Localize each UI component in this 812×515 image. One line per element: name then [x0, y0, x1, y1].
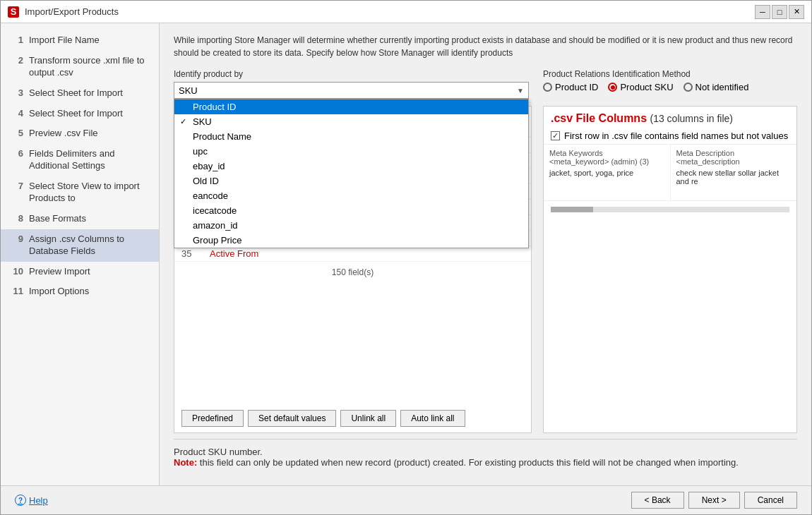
radio-product-sku[interactable]: Product SKU	[608, 82, 673, 92]
dropdown-item-label: Product ID	[193, 102, 236, 112]
csv-subtitle: (13 columns in file)	[650, 113, 733, 124]
window-controls: ─ □ ✕	[755, 5, 804, 19]
auto-link-button[interactable]: Auto link all	[400, 410, 465, 427]
csv-title: .csv File Columns (13 columns in file)	[544, 107, 796, 128]
close-button[interactable]: ✕	[789, 5, 804, 19]
dropdown-item-label: Old ID	[193, 176, 219, 186]
sidebar-num: 1	[9, 35, 23, 45]
right-panel: .csv File Columns (13 columns in file) F…	[543, 106, 797, 433]
dropdown-item-sku[interactable]: ✓ SKU	[174, 114, 528, 129]
next-button[interactable]: Next >	[688, 492, 740, 509]
cancel-button[interactable]: Cancel	[744, 492, 797, 509]
identify-dropdown-wrapper: SKU ▼ Product ID ✓ SKU	[174, 82, 529, 99]
dropdown-value: SKU	[179, 85, 198, 96]
note-detail: this field can only be updated when new …	[200, 457, 739, 468]
radio-product-sku-label: Product SKU	[620, 82, 673, 92]
sidebar-item-8[interactable]: 8Base Formats	[1, 209, 159, 229]
content-area: 1Import File Name2Transform source .xml …	[1, 23, 811, 485]
dropdown-arrow-icon: ▼	[517, 87, 524, 95]
first-row-checkbox-row: First row in .csv file contains field na…	[544, 128, 796, 145]
main-content: While importing Store Manager will deter…	[160, 23, 811, 485]
dropdown-item-label: ebay_id	[193, 161, 225, 171]
sidebar-item-9[interactable]: 9Assign .csv Columns to Database Fields	[1, 229, 159, 262]
help-link[interactable]: ? Help	[15, 495, 48, 506]
sidebar-label: Select Sheet for Import	[29, 108, 123, 120]
dropdown-item-icecatcode[interactable]: icecatcode	[174, 203, 528, 218]
sidebar-item-1[interactable]: 1Import File Name	[1, 30, 159, 51]
horizontal-scrollbar[interactable]	[551, 207, 789, 212]
note-area: Product SKU number. Note: this field can…	[174, 439, 797, 475]
dropdown-item-product-id[interactable]: Product ID	[174, 99, 528, 114]
sidebar-label: Select Store View to import Products to	[29, 181, 150, 205]
sidebar-item-10[interactable]: 10Preview Import	[1, 262, 159, 282]
sidebar-num: 2	[9, 55, 23, 66]
sidebar-label: Import File Name	[29, 35, 100, 47]
identify-right: Product Relations Identification Method …	[543, 69, 797, 92]
identify-label: Identify product by	[174, 69, 529, 79]
csv-column-meta-description: Meta Description <meta_description check…	[671, 145, 797, 200]
table-row: 35 Active From	[174, 246, 531, 262]
scrollbar-thumb[interactable]	[551, 207, 593, 212]
sidebar-item-5[interactable]: 5Preview .csv File	[1, 123, 159, 144]
sidebar-label: Preview Import	[29, 266, 90, 278]
sidebar-num: 6	[9, 148, 23, 159]
footer-buttons: < Back Next > Cancel	[631, 492, 797, 509]
footer: ? Help < Back Next > Cancel	[1, 485, 811, 514]
radio-group: Product ID Product SKU Not identified	[543, 82, 797, 92]
maximize-button[interactable]: □	[772, 5, 787, 19]
help-label: Help	[29, 495, 48, 506]
csv-col-header: Meta Keywords <meta_keyword> (admin) (3)	[549, 149, 664, 166]
sidebar-item-7[interactable]: 7Select Store View to import Products to	[1, 176, 159, 209]
sidebar-label: Preview .csv File	[29, 128, 98, 140]
sidebar: 1Import File Name2Transform source .xml …	[1, 23, 160, 485]
fields-count: 150 field(s)	[174, 262, 531, 283]
field-num: 35	[181, 248, 210, 259]
radio-product-id[interactable]: Product ID	[543, 82, 598, 92]
csv-col-header: Meta Description <meta_description	[676, 149, 792, 166]
radio-outer-product-sku	[608, 83, 617, 92]
dropdown-item-label: eancode	[193, 190, 228, 201]
main-window: S Import/Export Products ─ □ ✕ 1Import F…	[0, 0, 812, 515]
dropdown-item-ebay-id[interactable]: ebay_id	[174, 159, 528, 174]
radio-outer-not-identified	[683, 83, 693, 92]
dropdown-item-old-id[interactable]: Old ID	[174, 174, 528, 188]
first-row-label: First row in .csv file contains field na…	[564, 131, 788, 141]
sidebar-num: 10	[9, 266, 23, 277]
note-text: Product SKU number.	[174, 447, 797, 457]
minimize-button[interactable]: ─	[755, 5, 770, 19]
sidebar-item-2[interactable]: 2Transform source .xml file to output .c…	[1, 51, 159, 83]
back-button[interactable]: < Back	[631, 492, 684, 509]
first-row-checkbox[interactable]	[551, 131, 560, 140]
dropdown-item-amazon-id[interactable]: amazon_id	[174, 218, 528, 233]
sidebar-item-6[interactable]: 6Fields Delimiters and Additional Settin…	[1, 144, 159, 176]
sidebar-item-11[interactable]: 11Import Options	[1, 281, 159, 302]
radio-not-identified[interactable]: Not identified	[683, 82, 749, 92]
help-icon: ?	[15, 495, 26, 506]
set-default-button[interactable]: Set default values	[248, 410, 336, 427]
check-icon: ✓	[180, 117, 189, 126]
sidebar-label: Assign .csv Columns to Database Fields	[29, 234, 150, 258]
identify-left: Identify product by SKU ▼ Product ID	[174, 69, 529, 99]
sidebar-label: Fields Delimiters and Additional Setting…	[29, 148, 150, 172]
csv-columns-area: Meta Keywords <meta_keyword> (admin) (3)…	[544, 145, 796, 201]
dropdown-item-eancode[interactable]: eancode	[174, 188, 528, 203]
note-prefix: Note:	[174, 457, 197, 468]
dropdown-item-label: amazon_id	[193, 220, 238, 231]
sidebar-item-4[interactable]: 4Select Sheet for Import	[1, 104, 159, 124]
sidebar-num: 11	[9, 286, 23, 296]
dropdown-item-upc[interactable]: upc	[174, 144, 528, 159]
sidebar-num: 3	[9, 87, 23, 98]
sidebar-label: Select Sheet for Import	[29, 87, 123, 99]
unlink-all-button[interactable]: Unlink all	[340, 410, 396, 427]
dropdown-item-group-price[interactable]: Group Price	[174, 233, 528, 248]
identify-dropdown[interactable]: SKU ▼	[174, 82, 529, 99]
dropdown-item-product-name[interactable]: Product Name	[174, 129, 528, 144]
predefined-button[interactable]: Predefined	[181, 410, 244, 427]
dropdown-item-label: Product Name	[193, 131, 251, 142]
sidebar-num: 4	[9, 108, 23, 119]
sidebar-item-3[interactable]: 3Select Sheet for Import	[1, 83, 159, 104]
radio-inner-product-sku	[611, 85, 615, 90]
radio-outer-product-id	[543, 83, 552, 92]
app-icon: S	[8, 6, 19, 18]
dropdown-item-label: upc	[193, 146, 208, 157]
